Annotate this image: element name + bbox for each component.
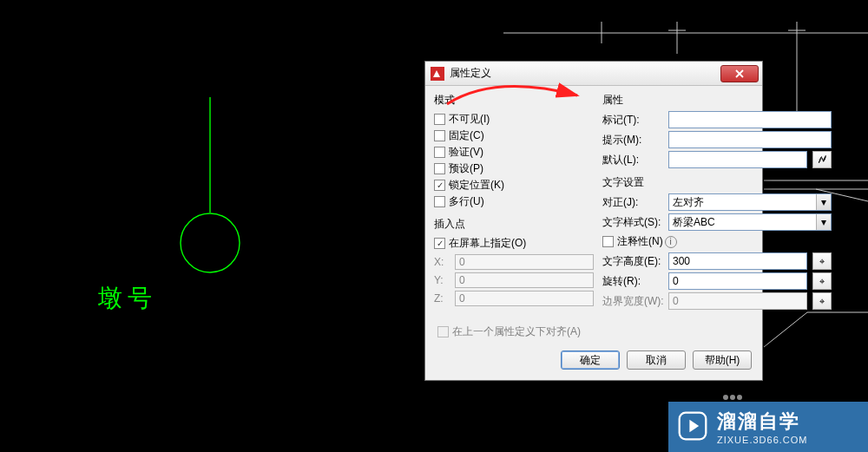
checkbox-preset[interactable] [434,163,445,174]
default-label: 默认(L): [602,153,663,167]
text-group: 文字设置 对正(J): 左对齐▾ 文字样式(S): 桥梁ABC▾ 注释性(N)i… [602,175,832,310]
cancel-button[interactable]: 取消 [627,350,686,370]
tag-input[interactable] [668,111,832,128]
info-icon[interactable]: i [665,236,677,248]
label-annotative: 注释性(N) [617,234,663,249]
x-input [455,254,594,270]
close-icon [734,69,745,79]
default-input[interactable] [668,151,807,168]
rotation-input[interactable] [668,272,807,290]
watermark-sub: ZIXUE.3D66.COM [717,435,807,445]
checkbox-invisible[interactable] [434,114,445,125]
z-input [455,291,594,306]
pick-boundary-button: ⌖ [812,292,832,310]
pick-rotation-button[interactable]: ⌖ [812,272,832,290]
label-preset: 预设(P) [449,161,483,176]
checkbox-specify-onscreen[interactable]: ✓ [434,238,445,249]
chevron-down-icon: ▾ [816,194,831,210]
watermark-brand: 溜溜自学 [717,409,807,435]
attribute-group: 属性 标记(T): 提示(M): 默认(L):🗲 [602,93,832,168]
close-button[interactable] [720,65,759,82]
x-label: X: [434,256,455,268]
style-label: 文字样式(S): [602,215,663,230]
checkbox-multiline[interactable] [434,196,445,207]
style-combo[interactable]: 桥梁ABC▾ [668,213,832,231]
pick-icon: ⌖ [819,276,825,287]
pick-height-button[interactable]: ⌖ [812,252,832,270]
dialog-title: 属性定义 [450,66,720,81]
y-input [455,272,594,288]
mode-title: 模式 [434,93,594,108]
label-invisible: 不可见(I) [449,112,490,127]
label-lockposition: 锁定位置(K) [449,178,504,193]
tag-label: 标记(T): [602,113,663,128]
play-icon [677,410,708,444]
justify-label: 对正(J): [602,195,663,210]
checkbox-constant[interactable] [434,130,445,141]
insert-field-button[interactable]: 🗲 [812,151,832,168]
insertion-title: 插入点 [434,217,594,232]
boundary-label: 边界宽度(W): [602,294,663,309]
rotation-label: 旋转(R): [602,274,663,289]
chevron-down-icon: ▾ [816,214,831,230]
label-multiline: 多行(U) [449,194,484,209]
label-verify: 验证(V) [449,145,483,160]
z-label: Z: [434,292,455,305]
insertion-group: 插入点 ✓在屏幕上指定(O) X: Y: Z: [434,217,594,306]
watermark-banner: 溜溜自学 ZIXUE.3D66.COM [668,402,868,452]
ok-button[interactable]: 确定 [561,350,620,370]
cad-text-pier-number: 墩号 [98,282,157,315]
justify-combo[interactable]: 左对齐▾ [668,193,832,211]
dialog-titlebar[interactable]: 属性定义 [425,62,762,86]
help-button[interactable]: 帮助(H) [693,350,752,370]
y-label: Y: [434,274,455,286]
scrollbar-grip[interactable] [723,395,742,400]
boundary-input [668,292,807,310]
pick-icon: ⌖ [819,296,825,307]
height-label: 文字高度(E): [602,254,663,269]
style-value: 桥梁ABC [673,215,715,230]
text-title: 文字设置 [602,175,832,190]
label-align-prev: 在上一个属性定义下对齐(A) [452,324,581,339]
prompt-input[interactable] [668,131,832,148]
checkbox-lockposition[interactable]: ✓ [434,180,445,191]
field-icon: 🗲 [818,154,827,165]
app-icon [431,67,444,81]
prompt-label: 提示(M): [602,133,663,147]
svg-point-10 [181,213,240,272]
attribute-definition-dialog: 属性定义 模式 不可见(I) 固定(C) 验证(V) 预设(P) ✓锁定位置(K… [424,61,763,381]
pick-icon: ⌖ [819,256,825,267]
checkbox-annotative[interactable] [602,236,614,247]
height-input[interactable] [668,252,807,270]
checkbox-align-prev [437,326,449,337]
checkbox-verify[interactable] [434,147,445,158]
label-constant: 固定(C) [449,128,484,143]
justify-value: 左对齐 [673,195,704,210]
mode-group: 模式 不可见(I) 固定(C) 验证(V) 预设(P) ✓锁定位置(K) 多行(… [434,93,594,210]
label-specify-onscreen: 在屏幕上指定(O) [449,236,526,251]
attribute-title: 属性 [602,93,832,108]
